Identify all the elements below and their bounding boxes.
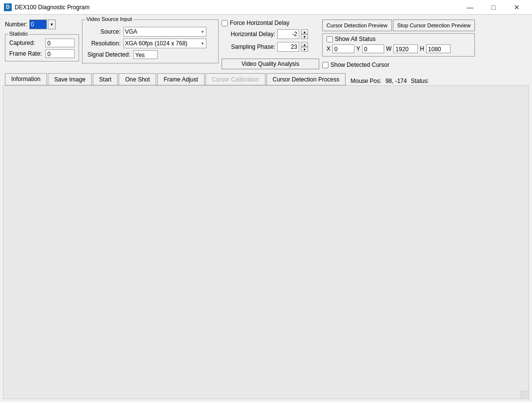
show-detected-cursor-checkbox[interactable] [322, 62, 328, 68]
x-value: 0 [332, 44, 354, 53]
video-source-group: Video Source Input Source: VGA Resolutio… [82, 20, 219, 63]
signal-detected-value: Yes [133, 50, 158, 59]
left-panel: Number: ▼ Statistic Captured: 0 Frame Ra… [5, 20, 79, 61]
app-icon: D [4, 3, 12, 11]
force-horizontal-row: Force Horizontal Delay [222, 20, 319, 26]
source-select-wrapper: VGA [123, 27, 206, 37]
maximize-button[interactable]: □ [482, 1, 505, 13]
horizontal-delay-up[interactable]: ▲ [301, 29, 308, 34]
source-label: Source: [86, 28, 121, 35]
resolution-row: Resolution: XGA 60fps (1024 x 768) [86, 39, 214, 48]
top-section: Number: ▼ Statistic Captured: 0 Frame Ra… [3, 18, 529, 71]
w-label: W [386, 45, 391, 52]
cursor-detection-preview-button[interactable]: Cursor Detection Preview [322, 20, 392, 31]
number-select-wrapper: ▼ [29, 20, 56, 29]
source-select[interactable]: VGA [123, 27, 206, 37]
force-horizontal-checkbox[interactable] [222, 20, 228, 26]
sampling-phase-input[interactable] [277, 42, 299, 52]
horizontal-delay-row: Horizontal Delay: ▲ ▼ [222, 29, 319, 39]
tab-cursor-detection-process[interactable]: Cursor Detection Process [266, 73, 346, 85]
signal-row: Signal Detected: Yes [86, 50, 214, 59]
captured-label: Captured: [9, 40, 43, 46]
h-label: H [420, 45, 424, 52]
horizontal-delay-label: Horizontal Delay: [222, 31, 275, 38]
video-source-title: Video Source Input [85, 16, 133, 22]
right-section: Cursor Detection Preview Stop Cursor Det… [322, 20, 475, 68]
show-detected-cursor-row: Show Detected Cursor [322, 61, 475, 68]
horizontal-delay-input[interactable] [277, 29, 299, 39]
tab-bar: InformationSave ImageStartOne ShotFrame … [5, 73, 347, 85]
tab-status-bar: InformationSave ImageStartOne ShotFrame … [3, 71, 529, 85]
framerate-row: Frame Rate: 0 [9, 49, 75, 58]
window-title: DEX100 Diagnostic Program [15, 4, 89, 11]
horizontal-delay-down[interactable]: ▼ [301, 34, 308, 39]
signal-detected-label: Signal Detected: [86, 51, 130, 58]
horizontal-delay-spinner: ▲ ▼ [301, 29, 308, 39]
x-label: X [327, 45, 330, 52]
status-inline-label: Status: [411, 78, 429, 84]
vqa-button[interactable]: Video Quality Analysis [222, 59, 319, 69]
force-horizontal-label: Force Horizontal Delay [230, 20, 289, 26]
close-button[interactable]: ✕ [506, 1, 528, 13]
show-all-row: Show All Status [327, 36, 471, 42]
mouse-pos-inline-value: 98, -174 [386, 78, 407, 84]
number-dropdown-button[interactable]: ▼ [48, 20, 56, 29]
resolution-select-wrapper: XGA 60fps (1024 x 768) [123, 39, 206, 48]
main-content: Number: ▼ Statistic Captured: 0 Frame Ra… [0, 15, 532, 402]
title-bar-left: D DEX100 Diagnostic Program [4, 3, 89, 11]
show-all-group: Show All Status X 0 Y 0 W 1920 H 1080 [322, 33, 475, 57]
captured-value: 0 [45, 39, 75, 47]
y-label: Y [356, 45, 360, 52]
minimize-button[interactable]: — [459, 1, 481, 13]
framerate-label: Frame Rate: [9, 50, 43, 57]
tab-save-image[interactable]: Save Image [48, 73, 92, 85]
sampling-phase-up[interactable]: ▲ [301, 42, 308, 47]
sampling-phase-spinner: ▲ ▼ [301, 42, 308, 52]
show-detected-cursor-label: Show Detected Cursor [330, 61, 389, 68]
middle-section: Force Horizontal Delay Horizontal Delay:… [222, 20, 319, 69]
h-value: 1080 [426, 44, 450, 53]
source-row: Source: VGA [86, 27, 214, 37]
coord-row: X 0 Y 0 W 1920 H 1080 [327, 44, 471, 53]
tab-information[interactable]: Information [5, 73, 47, 85]
show-all-status-label: Show All Status [335, 36, 375, 42]
number-row: Number: ▼ [5, 20, 79, 29]
cursor-buttons: Cursor Detection Preview Stop Cursor Det… [322, 20, 475, 31]
title-bar-buttons: — □ ✕ [459, 1, 528, 13]
w-value: 1920 [393, 44, 418, 53]
tab-one-shot[interactable]: One Shot [119, 73, 156, 85]
tab-frame-adjust[interactable]: Frame Adjust [157, 73, 205, 85]
number-input[interactable] [29, 20, 47, 29]
resolution-select[interactable]: XGA 60fps (1024 x 768) [123, 39, 206, 48]
scrollbar-corner [521, 391, 529, 399]
stop-cursor-detection-preview-button[interactable]: Stop Cursor Detection Preview [393, 20, 475, 31]
canvas-area [3, 85, 529, 399]
status-inline: Mouse Pos: 98, -174 Status: [347, 78, 527, 85]
statistic-group: Statistic Captured: 0 Frame Rate: 0 [5, 34, 79, 61]
sampling-phase-label: Sampling Phase: [222, 43, 275, 50]
resolution-label: Resolution: [86, 40, 121, 47]
show-all-status-checkbox[interactable] [327, 36, 333, 42]
tab-start[interactable]: Start [93, 73, 118, 85]
y-value: 0 [362, 44, 384, 53]
sampling-phase-down[interactable]: ▼ [301, 47, 308, 52]
captured-row: Captured: 0 [9, 39, 75, 47]
tab-cursor-calibration: Cursor Calibration [205, 73, 266, 85]
mouse-pos-inline-label: Mouse Pos: [350, 78, 381, 84]
framerate-value: 0 [45, 49, 75, 58]
number-label: Number: [5, 21, 27, 28]
statistic-title: Statistic [8, 31, 29, 37]
title-bar: D DEX100 Diagnostic Program — □ ✕ [0, 0, 532, 15]
sampling-phase-row: Sampling Phase: ▲ ▼ [222, 42, 319, 52]
